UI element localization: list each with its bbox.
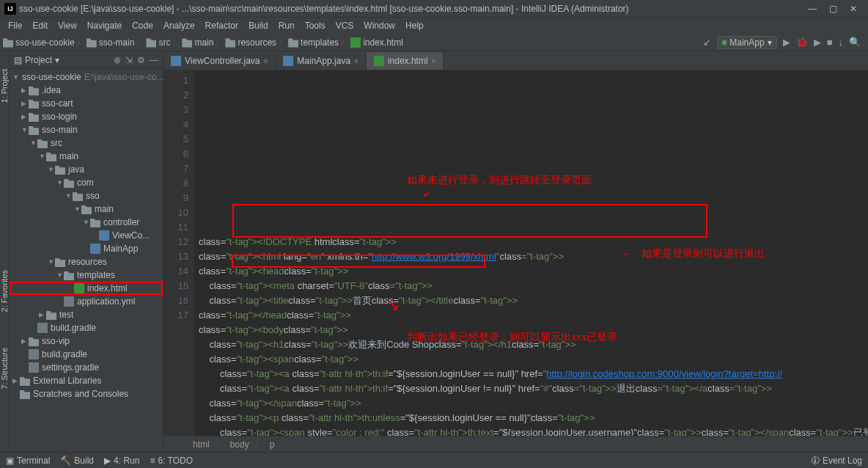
editor-tab[interactable]: ViewController.java× — [163, 52, 276, 70]
tree-item[interactable]: settings.gradle — [10, 361, 163, 374]
menu-edit[interactable]: Edit — [27, 21, 53, 31]
menu-vcs[interactable]: VCS — [331, 21, 359, 31]
breadcrumb-item[interactable]: src — [146, 37, 170, 48]
expand-arrow-icon[interactable]: ▶ — [39, 311, 46, 318]
menu-file[interactable]: File — [3, 21, 27, 31]
tab-project[interactable]: 1: Project — [0, 66, 9, 106]
tool-terminal[interactable]: ▣ Terminal — [6, 456, 50, 466]
close-button[interactable]: ✕ — [843, 4, 864, 14]
expand-arrow-icon[interactable]: ▶ — [21, 100, 29, 107]
tree-item[interactable]: ▶.idea — [10, 84, 163, 97]
gear-icon[interactable]: ⚙ — [137, 55, 145, 65]
editor-tab[interactable]: MainApp.java× — [276, 52, 367, 70]
tree-item[interactable]: ▶test — [10, 308, 163, 321]
search-icon[interactable]: 🔍 — [849, 37, 861, 48]
tree-item[interactable]: ▶sso-vip — [10, 334, 163, 348]
menu-window[interactable]: Window — [358, 21, 400, 31]
tool-build[interactable]: 🔨 Build — [60, 456, 94, 466]
menu-view[interactable]: View — [53, 21, 82, 31]
tree-item[interactable]: application.yml — [10, 295, 163, 308]
coverage-button[interactable]: ▶ — [814, 37, 821, 48]
tree-item[interactable]: ▶External Libraries — [10, 374, 163, 387]
expand-arrow-icon[interactable]: ▶ — [21, 113, 29, 120]
tree-item[interactable]: ▼controller — [10, 216, 163, 229]
code-line[interactable]: class="t-tag"><a class="t-attr hl-th">th… — [199, 367, 868, 381]
code-line[interactable]: class="t-tag"><a class="t-attr hl-th">th… — [199, 381, 868, 396]
collapse-icon[interactable]: ⇲ — [125, 55, 133, 65]
trail-item[interactable]: html — [193, 439, 210, 450]
tree-item[interactable]: ▼src — [10, 136, 163, 150]
trail-item[interactable]: p — [270, 439, 275, 450]
hide-icon[interactable]: — — [150, 55, 158, 65]
build-icon[interactable]: ↙ — [703, 37, 711, 48]
breadcrumb-item[interactable]: templates — [288, 37, 339, 48]
tab-structure[interactable]: 7: Structure — [0, 345, 9, 392]
menu-navigate[interactable]: Navigate — [82, 21, 127, 31]
expand-arrow-icon[interactable]: ▼ — [48, 166, 55, 173]
expand-arrow-icon[interactable]: ▼ — [65, 192, 73, 200]
code-line[interactable]: class="t-tag"></spanclass="t-tag">> — [199, 396, 868, 411]
code-line[interactable]: class="t-tag"><meta charset="UTF-8"class… — [199, 279, 868, 293]
expand-arrow-icon[interactable]: ▼ — [56, 179, 64, 186]
menu-help[interactable]: Help — [400, 21, 429, 31]
tree-item[interactable]: Scratches and Consoles — [10, 387, 163, 401]
code-line[interactable]: class="t-tag"></headclass="t-tag">> — [199, 308, 868, 323]
tree-item[interactable]: ▶sso-login — [10, 110, 163, 123]
tool-eventlog[interactable]: 🛈 Event Log — [811, 456, 862, 466]
tree-item[interactable]: ▼java — [10, 163, 163, 176]
expand-arrow-icon[interactable]: ▼ — [21, 126, 29, 134]
minimize-button[interactable]: — — [802, 4, 823, 14]
tree-item[interactable]: ▶sso-cart — [10, 97, 163, 110]
tree-item[interactable]: build.gradle — [10, 321, 163, 334]
code-line[interactable]: class="t-tag"><spanclass="t-tag">> — [199, 352, 868, 367]
code-content[interactable]: 如果未进行登录，则进行跳转至登录页面 ↙ 如果是登录则可以进行退出 → 判断出如… — [194, 70, 868, 436]
tree-item[interactable]: ▼main — [10, 150, 163, 163]
expand-arrow-icon[interactable]: ▶ — [12, 377, 20, 384]
tree-item[interactable]: MainApp — [10, 242, 163, 255]
expand-arrow-icon[interactable]: ▶ — [21, 87, 29, 94]
stop-button[interactable]: ■ — [827, 37, 833, 48]
expand-arrow-icon[interactable]: ▼ — [74, 205, 81, 213]
expand-arrow-icon[interactable]: ▼ — [30, 139, 37, 147]
tree-item[interactable]: ▼main — [10, 202, 163, 216]
tree-item[interactable]: build.gradle — [10, 348, 163, 361]
menu-tools[interactable]: Tools — [300, 21, 331, 31]
tree-item[interactable]: ▼templates — [10, 268, 163, 282]
code-line[interactable]: class="t-tag"><html lang="en" xmlns:th="… — [199, 249, 868, 264]
chevron-down-icon[interactable]: ▾ — [55, 55, 59, 65]
tree-item[interactable]: ▼sso-main — [10, 123, 163, 136]
menu-analyze[interactable]: Analyze — [158, 21, 200, 31]
close-tab-icon[interactable]: × — [354, 57, 358, 65]
tree-item[interactable]: ▼resources — [10, 255, 163, 268]
tree-item[interactable]: index.html — [10, 282, 163, 295]
code-line[interactable]: class="t-tag"><headclass="t-tag">> — [199, 264, 868, 279]
tree-item[interactable]: ViewCo... — [10, 229, 163, 242]
tool-todo[interactable]: ≡ 6: TODO — [150, 456, 193, 466]
editor-tab[interactable]: index.html× — [367, 52, 444, 70]
code-line[interactable]: class="t-tag"><span style="color : red;"… — [199, 425, 868, 436]
trail-item[interactable]: body — [230, 439, 249, 450]
update-button[interactable]: ↓ — [839, 37, 844, 48]
menu-run[interactable]: Run — [273, 21, 300, 31]
expand-arrow-icon[interactable]: ▼ — [48, 258, 55, 266]
tree-item[interactable]: ▼sso-use-cookieE:\java\sso-use-co... — [10, 70, 163, 84]
run-button[interactable]: ▶ — [783, 37, 790, 48]
run-config-selector[interactable]: MainApp ▾ — [717, 36, 776, 49]
code-line[interactable]: class="t-tag"><p class="t-attr hl-th">th… — [199, 411, 868, 425]
code-line[interactable]: class="t-tag"><!DOCTYPE htmlclass="t-tag… — [199, 235, 868, 249]
menu-refactor[interactable]: Refactor — [200, 21, 243, 31]
breadcrumb-item[interactable]: resources — [225, 37, 276, 48]
breadcrumb-item[interactable]: sso-use-cookie — [3, 37, 75, 48]
expand-arrow-icon[interactable]: ▼ — [12, 73, 19, 81]
expand-arrow-icon[interactable]: ▼ — [56, 271, 64, 279]
tree-item[interactable]: ▼com — [10, 176, 163, 189]
menu-code[interactable]: Code — [127, 21, 158, 31]
code-editor[interactable]: 1234567891011121314151617 如果未进行登录，则进行跳转至… — [163, 70, 868, 436]
expand-arrow-icon[interactable]: ▼ — [83, 219, 90, 226]
close-tab-icon[interactable]: × — [264, 57, 268, 65]
tool-run[interactable]: ▶ 4: Run — [104, 456, 139, 466]
locate-icon[interactable]: ⊕ — [114, 55, 121, 65]
maximize-button[interactable]: ▢ — [823, 4, 843, 14]
expand-arrow-icon[interactable]: ▼ — [39, 153, 46, 160]
breadcrumb-item[interactable]: sso-main — [87, 37, 135, 48]
